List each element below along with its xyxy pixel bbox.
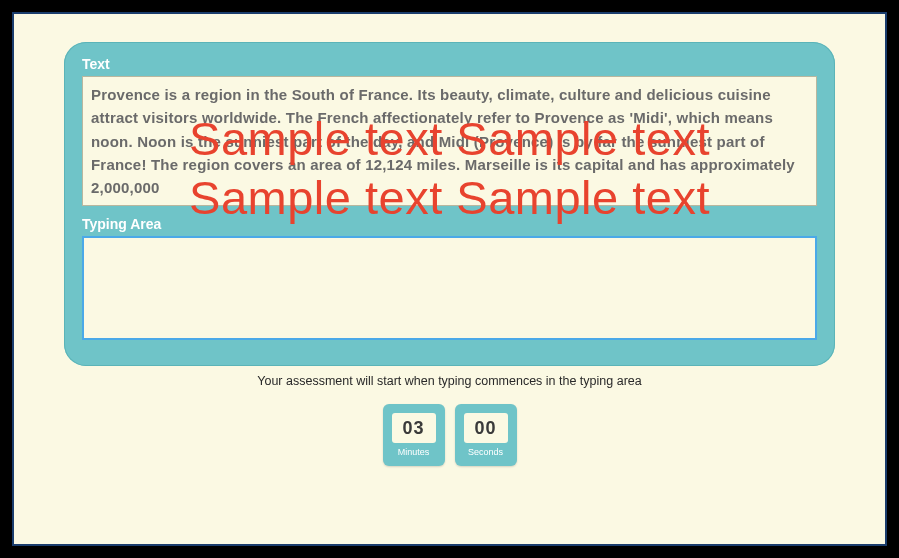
typing-section-label: Typing Area xyxy=(82,216,817,232)
timer-minutes-value: 03 xyxy=(392,413,436,443)
instruction-text: Your assessment will start when typing c… xyxy=(64,374,835,388)
timer-minutes-box: 03 Minutes xyxy=(383,404,445,466)
text-section-label: Text xyxy=(82,56,817,72)
timer-seconds-box: 00 Seconds xyxy=(455,404,517,466)
typing-input[interactable] xyxy=(82,236,817,340)
typing-panel: Text Provence is a region in the South o… xyxy=(64,42,835,366)
timer-row: 03 Minutes 00 Seconds xyxy=(64,404,835,466)
app-frame: Text Provence is a region in the South o… xyxy=(12,12,887,546)
timer-minutes-label: Minutes xyxy=(398,447,430,457)
sample-text-box: Provence is a region in the South of Fra… xyxy=(82,76,817,206)
timer-seconds-label: Seconds xyxy=(468,447,503,457)
timer-seconds-value: 00 xyxy=(464,413,508,443)
